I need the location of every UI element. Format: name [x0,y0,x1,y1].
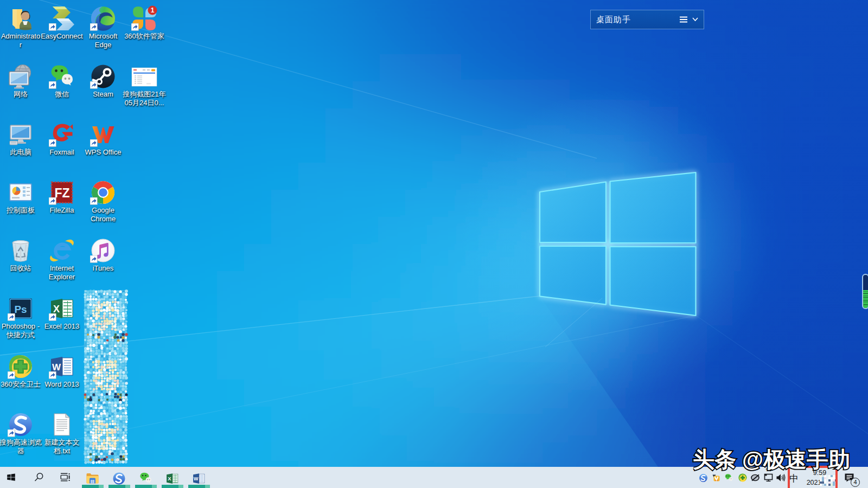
svg-text:X: X [168,476,171,481]
svg-text:W: W [194,476,199,481]
